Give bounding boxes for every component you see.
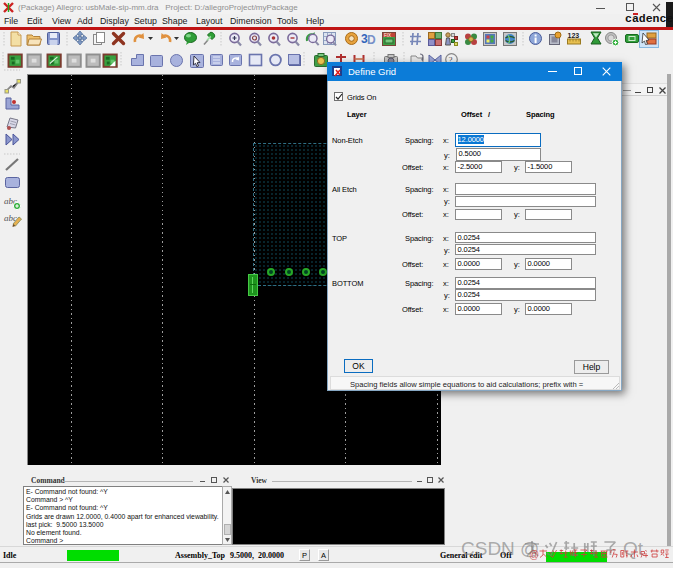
svg-text:123: 123	[568, 32, 580, 39]
svg-text:FIX: FIX	[384, 33, 391, 38]
svg-text:D: D	[367, 33, 376, 47]
